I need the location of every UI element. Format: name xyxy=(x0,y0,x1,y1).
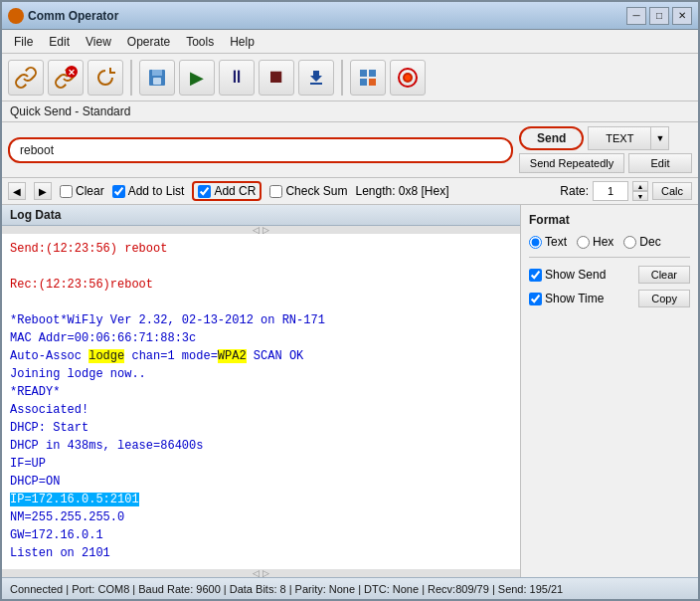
log-header: Log Data xyxy=(2,205,520,226)
toolbar-stop2-button[interactable] xyxy=(390,60,426,96)
highlight-lodge: lodge xyxy=(88,349,124,363)
toolbar-separator-1 xyxy=(130,60,132,96)
toolbar-save-button[interactable] xyxy=(139,60,175,96)
text-format-button[interactable]: TEXT xyxy=(588,126,651,150)
check-sum-option[interactable]: Check Sum xyxy=(269,184,347,198)
check-sum-checkbox[interactable] xyxy=(269,185,282,198)
log-line: IP=172.16.0.5:2101 xyxy=(10,491,512,508)
send-area: Send TEXT ▼ Send Repeatedly Edit xyxy=(2,122,698,178)
log-blank xyxy=(10,258,512,276)
log-blank xyxy=(10,294,512,311)
add-cr-checkbox[interactable] xyxy=(198,185,211,198)
quick-send-label: Quick Send - Standard xyxy=(2,101,698,122)
log-line: DHCP=ON xyxy=(10,473,512,491)
rate-area: Rate: ▲ ▼ Calc xyxy=(560,181,692,201)
title-bar-buttons: ─ □ ✕ xyxy=(626,7,692,25)
svg-rect-6 xyxy=(310,83,322,85)
log-line: Auto-Assoc lodge chan=1 mode=WPA2 SCAN O… xyxy=(10,347,512,365)
format-hex-radio[interactable] xyxy=(577,236,590,249)
svg-text:✕: ✕ xyxy=(68,68,76,78)
maximize-button[interactable]: □ xyxy=(649,7,669,25)
svg-rect-7 xyxy=(360,70,367,77)
log-line: NM=255.255.255.0 xyxy=(10,508,512,526)
menu-help[interactable]: Help xyxy=(222,33,262,51)
format-divider xyxy=(529,257,690,258)
log-line: DHCP: Start xyxy=(10,419,512,437)
menu-tools[interactable]: Tools xyxy=(178,33,222,51)
add-cr-option[interactable]: Add CR xyxy=(198,184,256,198)
clear-option[interactable]: Clear xyxy=(60,184,104,198)
menu-operate[interactable]: Operate xyxy=(119,33,178,51)
svg-rect-8 xyxy=(369,70,376,77)
menu-view[interactable]: View xyxy=(78,33,119,51)
text-format-dropdown[interactable]: ▼ xyxy=(651,126,669,150)
menu-edit[interactable]: Edit xyxy=(41,33,78,51)
log-content[interactable]: Send:(12:23:56) reboot Rec:(12:23:56)reb… xyxy=(2,234,520,569)
svg-rect-4 xyxy=(153,78,161,85)
svg-rect-9 xyxy=(360,79,367,86)
menu-file[interactable]: File xyxy=(6,33,41,51)
svg-rect-10 xyxy=(369,79,376,86)
log-panel: Log Data ◁ ▷ Send:(12:23:56) reboot Rec:… xyxy=(2,205,521,577)
format-hex-option[interactable]: Hex xyxy=(577,235,613,249)
toolbar: ✕ ▶ ⏸ ⏹ xyxy=(2,54,698,101)
log-line: IF=UP xyxy=(10,455,512,473)
calc-button[interactable]: Calc xyxy=(652,182,692,200)
rate-input[interactable] xyxy=(593,181,628,201)
format-dec-option[interactable]: Dec xyxy=(623,235,660,249)
log-line: *Reboot*WiFly Ver 2.32, 02-13-2012 on RN… xyxy=(10,311,512,329)
toolbar-disconnect-button[interactable]: ✕ xyxy=(48,60,84,96)
rate-label: Rate: xyxy=(560,184,589,198)
log-line: DHCP in 438ms, lease=86400s xyxy=(10,437,512,455)
close-button[interactable]: ✕ xyxy=(672,7,692,25)
edit-button[interactable]: Edit xyxy=(628,153,692,173)
show-send-row: Show Send Clear xyxy=(529,266,690,284)
rate-spin: ▲ ▼ xyxy=(632,181,648,201)
show-send-checkbox[interactable] xyxy=(529,269,542,282)
show-time-checkbox[interactable] xyxy=(529,293,542,305)
log-line: MAC Addr=00:06:66:71:88:3c xyxy=(10,329,512,347)
add-to-list-option[interactable]: Add to List xyxy=(112,184,185,198)
menu-bar: File Edit View Operate Tools Help xyxy=(2,30,698,54)
highlight-wpa2: WPA2 xyxy=(218,349,247,363)
toolbar-separator-2 xyxy=(341,60,343,96)
nav-next-button[interactable]: ▶ xyxy=(34,182,52,200)
log-line: GW=172.16.0.1 xyxy=(10,526,512,544)
toolbar-stop-button[interactable]: ⏹ xyxy=(259,60,294,96)
show-send-option[interactable]: Show Send xyxy=(529,268,606,282)
nav-prev-button[interactable]: ◀ xyxy=(8,182,26,200)
log-line: Joining lodge now.. xyxy=(10,365,512,383)
toolbar-down-button[interactable] xyxy=(298,60,334,96)
send-button[interactable]: Send xyxy=(519,126,584,150)
clear-format-button[interactable]: Clear xyxy=(638,266,690,284)
add-to-list-checkbox[interactable] xyxy=(112,185,125,198)
show-time-option[interactable]: Show Time xyxy=(529,292,604,305)
format-text-radio[interactable] xyxy=(529,236,542,249)
send-input[interactable] xyxy=(8,137,513,163)
toolbar-link-button[interactable] xyxy=(8,60,44,96)
send-repeatedly-button[interactable]: Send Repeatedly xyxy=(519,153,624,173)
rate-down-button[interactable]: ▼ xyxy=(632,191,648,201)
add-cr-wrap: Add CR xyxy=(192,181,262,201)
toolbar-pause-button[interactable]: ⏸ xyxy=(219,60,255,96)
main-area: Log Data ◁ ▷ Send:(12:23:56) reboot Rec:… xyxy=(2,205,698,577)
log-scroll-top: ◁ ▷ xyxy=(2,226,520,234)
rate-up-button[interactable]: ▲ xyxy=(632,181,648,191)
toolbar-grid-button[interactable] xyxy=(350,60,386,96)
copy-format-button[interactable]: Copy xyxy=(638,290,690,307)
minimize-button[interactable]: ─ xyxy=(626,7,646,25)
window-title: Comm Operator xyxy=(28,9,626,23)
log-line: *READY* xyxy=(10,383,512,401)
toolbar-play-button[interactable]: ▶ xyxy=(179,60,215,96)
highlight-ip: IP=172.16.0.5:2101 xyxy=(10,493,139,506)
log-line: Associated! xyxy=(10,401,512,419)
log-line: Send:(12:23:56) reboot xyxy=(10,240,512,258)
svg-marker-5 xyxy=(310,71,322,82)
clear-checkbox[interactable] xyxy=(60,185,73,198)
toolbar-refresh-button[interactable] xyxy=(88,60,123,96)
show-time-row: Show Time Copy xyxy=(529,290,690,307)
format-dec-radio[interactable] xyxy=(623,236,636,249)
format-radios: Text Hex Dec xyxy=(529,235,690,249)
status-text: Connected | Port: COM8 | Baud Rate: 9600… xyxy=(10,583,563,595)
format-text-option[interactable]: Text xyxy=(529,235,567,249)
